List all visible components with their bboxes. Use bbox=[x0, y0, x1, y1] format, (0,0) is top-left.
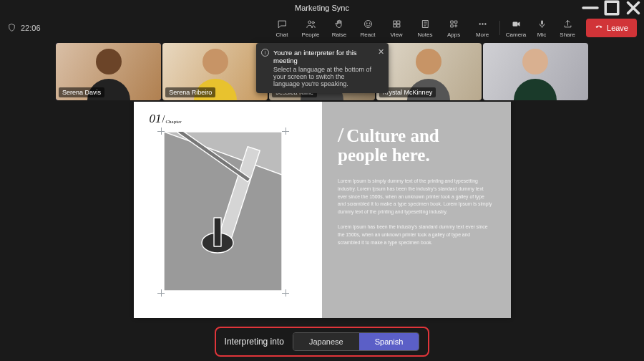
chapter-marker: 01/Chapter bbox=[150, 112, 182, 126]
svg-point-5 bbox=[312, 21, 314, 24]
shield-icon bbox=[7, 23, 16, 34]
svg-point-20 bbox=[479, 23, 480, 24]
toolbar-camera[interactable]: Camera bbox=[503, 16, 529, 40]
svg-point-6 bbox=[364, 20, 371, 27]
window-maximize[interactable] bbox=[601, 0, 623, 16]
participant-tile[interactable]: Serena Davis bbox=[56, 43, 161, 100]
svg-point-21 bbox=[482, 23, 483, 24]
svg-point-8 bbox=[369, 22, 370, 23]
leave-button[interactable]: Leave bbox=[586, 19, 637, 37]
svg-rect-12 bbox=[397, 24, 400, 27]
toolbar-raise-hand[interactable]: Raise bbox=[325, 16, 353, 40]
window-controls bbox=[580, 0, 644, 16]
svg-rect-17 bbox=[451, 21, 453, 23]
interpreter-toast: i ✕ You're an interpreter for this meeti… bbox=[256, 43, 389, 93]
svg-rect-18 bbox=[454, 21, 457, 23]
interpreter-bar: Interpreting into Japanese Spanish bbox=[0, 322, 644, 361]
emoji-icon bbox=[363, 19, 374, 32]
shared-content-area: 01/Chapter /Cul bbox=[0, 100, 644, 322]
svg-rect-10 bbox=[397, 21, 400, 24]
hand-icon bbox=[334, 19, 345, 32]
more-icon bbox=[477, 19, 488, 32]
svg-rect-19 bbox=[451, 24, 453, 27]
share-icon bbox=[562, 19, 573, 32]
shared-slide: 01/Chapter /Cul bbox=[134, 102, 511, 318]
toolbar-people[interactable]: People bbox=[296, 16, 325, 40]
svg-rect-24 bbox=[541, 20, 543, 24]
window-title: Marketing Sync bbox=[295, 4, 349, 12]
crop-mark-icon bbox=[157, 127, 165, 135]
phone-icon bbox=[595, 23, 603, 33]
toolbar-chat[interactable]: Chat bbox=[268, 16, 296, 40]
slide-paragraph: Lorem Ipsum has been the industry's stan… bbox=[338, 223, 492, 247]
window-close[interactable] bbox=[623, 0, 644, 16]
language-segmented-control: Japanese Spanish bbox=[293, 332, 419, 351]
toast-body: Select a language at the bottom of your … bbox=[273, 66, 373, 87]
language-option-spanish[interactable]: Spanish bbox=[359, 333, 419, 350]
meeting-timer: 22:06 bbox=[7, 23, 41, 34]
toolbar-separator bbox=[499, 21, 500, 35]
crop-mark-icon bbox=[282, 289, 289, 297]
people-icon bbox=[306, 19, 316, 32]
slide-photo bbox=[164, 132, 282, 291]
participant-tile[interactable]: Krystal McKinney bbox=[376, 43, 482, 100]
svg-rect-1 bbox=[605, 1, 618, 14]
camera-icon bbox=[511, 19, 522, 32]
toast-title: You're an interpreter for this meeting bbox=[273, 49, 373, 64]
toolbar-mic[interactable]: Mic bbox=[529, 16, 555, 40]
notes-icon bbox=[420, 19, 431, 32]
participant-name: Serena Davis bbox=[59, 87, 104, 97]
svg-point-7 bbox=[366, 22, 367, 23]
interpreter-label: Interpreting into bbox=[225, 337, 284, 347]
mic-icon bbox=[537, 19, 547, 32]
chat-icon bbox=[277, 19, 288, 32]
participant-tile[interactable]: Serena Ribeiro bbox=[162, 43, 268, 100]
participant-name: Serena Ribeiro bbox=[165, 87, 215, 97]
slide-paragraph: Lorem Ipsum is simply dummy text of the … bbox=[338, 178, 492, 216]
interpreter-highlight: Interpreting into Japanese Spanish bbox=[215, 327, 430, 357]
slide-left-page: 01/Chapter bbox=[134, 102, 323, 318]
meeting-toolbar: 22:06 Chat People Raise React View bbox=[0, 16, 644, 40]
toolbar-view[interactable]: View bbox=[382, 16, 411, 40]
svg-rect-29 bbox=[214, 218, 221, 246]
slide-right-page: /Culture and people here. Lorem Ipsum is… bbox=[322, 102, 511, 318]
svg-rect-23 bbox=[512, 21, 517, 26]
toast-close-button[interactable]: ✕ bbox=[378, 47, 384, 57]
toolbar-share[interactable]: Share bbox=[555, 16, 580, 40]
svg-rect-9 bbox=[394, 21, 396, 24]
participant-gallery: Serena Davis Serena Ribeiro Jessica Klin… bbox=[0, 43, 644, 100]
apps-icon bbox=[449, 19, 459, 32]
toolbar-react[interactable]: React bbox=[353, 16, 382, 40]
participant-tile[interactable] bbox=[483, 43, 588, 100]
language-option-japanese[interactable]: Japanese bbox=[293, 333, 359, 350]
title-bar: Marketing Sync bbox=[0, 0, 644, 16]
info-icon: i bbox=[261, 49, 269, 57]
toolbar-more[interactable]: More bbox=[468, 16, 497, 40]
grid-icon bbox=[391, 19, 402, 32]
svg-point-22 bbox=[484, 23, 486, 24]
crop-mark-icon bbox=[157, 289, 165, 297]
svg-rect-11 bbox=[394, 24, 396, 27]
toolbar-notes[interactable]: Notes bbox=[411, 16, 439, 40]
svg-point-4 bbox=[308, 21, 311, 24]
toolbar-apps[interactable]: Apps bbox=[439, 16, 468, 40]
slide-heading: /Culture and people here. bbox=[338, 123, 492, 165]
crop-mark-icon bbox=[282, 127, 289, 135]
window-minimize[interactable] bbox=[580, 0, 601, 16]
elapsed-time: 22:06 bbox=[21, 24, 41, 32]
